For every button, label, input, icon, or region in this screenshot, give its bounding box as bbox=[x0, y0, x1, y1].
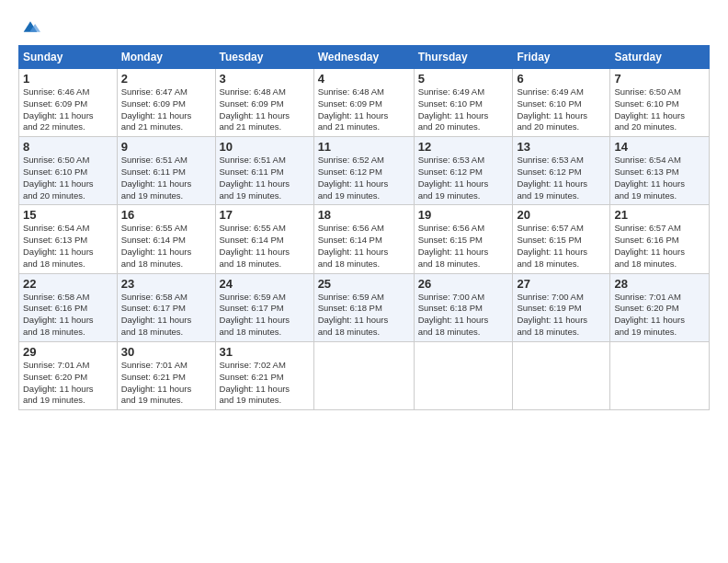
day-info: Sunrise: 6:58 AM Sunset: 6:17 PM Dayligh… bbox=[121, 292, 211, 339]
day-info: Sunrise: 6:50 AM Sunset: 6:10 PM Dayligh… bbox=[23, 155, 113, 201]
day-number: 16 bbox=[121, 208, 211, 222]
day-number: 14 bbox=[614, 140, 705, 154]
day-number: 30 bbox=[121, 345, 211, 359]
weekday-saturday: Saturday bbox=[610, 45, 710, 68]
day-info: Sunrise: 7:01 AM Sunset: 6:21 PM Dayligh… bbox=[121, 360, 211, 407]
empty-cell bbox=[313, 341, 414, 409]
day-cell-26: 26Sunrise: 7:00 AM Sunset: 6:18 PM Dayli… bbox=[414, 273, 513, 341]
day-cell-31: 31Sunrise: 7:02 AM Sunset: 6:21 PM Dayli… bbox=[215, 341, 313, 409]
day-cell-6: 6Sunrise: 6:49 AM Sunset: 6:10 PM Daylig… bbox=[513, 68, 610, 136]
day-cell-18: 18Sunrise: 6:56 AM Sunset: 6:14 PM Dayli… bbox=[313, 205, 414, 273]
day-cell-4: 4Sunrise: 6:48 AM Sunset: 6:09 PM Daylig… bbox=[313, 68, 414, 136]
day-info: Sunrise: 6:57 AM Sunset: 6:15 PM Dayligh… bbox=[517, 223, 606, 270]
day-number: 23 bbox=[121, 277, 211, 291]
day-cell-3: 3Sunrise: 6:48 AM Sunset: 6:09 PM Daylig… bbox=[215, 68, 313, 136]
day-info: Sunrise: 6:58 AM Sunset: 6:16 PM Dayligh… bbox=[23, 292, 113, 339]
day-info: Sunrise: 6:48 AM Sunset: 6:09 PM Dayligh… bbox=[220, 86, 310, 133]
day-info: Sunrise: 6:47 AM Sunset: 6:09 PM Dayligh… bbox=[121, 86, 211, 133]
logo bbox=[18, 17, 40, 36]
day-number: 12 bbox=[418, 140, 509, 154]
day-cell-21: 21Sunrise: 6:57 AM Sunset: 6:16 PM Dayli… bbox=[610, 205, 710, 273]
day-cell-2: 2Sunrise: 6:47 AM Sunset: 6:09 PM Daylig… bbox=[117, 68, 215, 136]
day-info: Sunrise: 6:59 AM Sunset: 6:18 PM Dayligh… bbox=[318, 292, 410, 339]
day-number: 28 bbox=[614, 277, 705, 291]
day-number: 6 bbox=[517, 72, 606, 86]
day-info: Sunrise: 6:56 AM Sunset: 6:14 PM Dayligh… bbox=[318, 223, 410, 270]
week-row-3: 15Sunrise: 6:54 AM Sunset: 6:13 PM Dayli… bbox=[19, 205, 710, 273]
day-info: Sunrise: 7:00 AM Sunset: 6:18 PM Dayligh… bbox=[418, 292, 509, 339]
header bbox=[18, 17, 710, 36]
day-number: 26 bbox=[418, 277, 509, 291]
day-info: Sunrise: 6:50 AM Sunset: 6:10 PM Dayligh… bbox=[614, 86, 705, 133]
day-number: 29 bbox=[23, 345, 113, 359]
day-info: Sunrise: 6:51 AM Sunset: 6:11 PM Dayligh… bbox=[121, 155, 211, 201]
day-cell-13: 13Sunrise: 6:53 AM Sunset: 6:12 PM Dayli… bbox=[513, 137, 610, 205]
day-number: 4 bbox=[318, 72, 410, 86]
day-cell-7: 7Sunrise: 6:50 AM Sunset: 6:10 PM Daylig… bbox=[610, 68, 710, 136]
day-cell-10: 10Sunrise: 6:51 AM Sunset: 6:11 PM Dayli… bbox=[215, 137, 313, 205]
day-cell-15: 15Sunrise: 6:54 AM Sunset: 6:13 PM Dayli… bbox=[19, 205, 118, 273]
weekday-wednesday: Wednesday bbox=[313, 45, 414, 68]
day-cell-30: 30Sunrise: 7:01 AM Sunset: 6:21 PM Dayli… bbox=[117, 341, 215, 409]
weekday-friday: Friday bbox=[513, 45, 610, 68]
week-row-1: 1Sunrise: 6:46 AM Sunset: 6:09 PM Daylig… bbox=[19, 68, 710, 136]
day-number: 25 bbox=[318, 277, 410, 291]
day-cell-23: 23Sunrise: 6:58 AM Sunset: 6:17 PM Dayli… bbox=[117, 273, 215, 341]
day-number: 2 bbox=[121, 72, 211, 86]
day-cell-16: 16Sunrise: 6:55 AM Sunset: 6:14 PM Dayli… bbox=[117, 205, 215, 273]
day-number: 20 bbox=[517, 208, 606, 222]
day-number: 13 bbox=[517, 140, 606, 154]
day-number: 5 bbox=[418, 72, 509, 86]
day-number: 24 bbox=[220, 277, 310, 291]
day-info: Sunrise: 6:53 AM Sunset: 6:12 PM Dayligh… bbox=[418, 155, 509, 201]
day-cell-5: 5Sunrise: 6:49 AM Sunset: 6:10 PM Daylig… bbox=[414, 68, 513, 136]
day-cell-17: 17Sunrise: 6:55 AM Sunset: 6:14 PM Dayli… bbox=[215, 205, 313, 273]
day-number: 21 bbox=[614, 208, 705, 222]
day-info: Sunrise: 6:46 AM Sunset: 6:09 PM Dayligh… bbox=[23, 86, 113, 133]
week-row-2: 8Sunrise: 6:50 AM Sunset: 6:10 PM Daylig… bbox=[19, 137, 710, 205]
day-cell-19: 19Sunrise: 6:56 AM Sunset: 6:15 PM Dayli… bbox=[414, 205, 513, 273]
day-number: 1 bbox=[23, 72, 113, 86]
weekday-tuesday: Tuesday bbox=[215, 45, 313, 68]
day-cell-11: 11Sunrise: 6:52 AM Sunset: 6:12 PM Dayli… bbox=[313, 137, 414, 205]
empty-cell bbox=[610, 341, 710, 409]
logo-text bbox=[18, 17, 40, 36]
empty-cell bbox=[414, 341, 513, 409]
weekday-monday: Monday bbox=[117, 45, 215, 68]
day-cell-14: 14Sunrise: 6:54 AM Sunset: 6:13 PM Dayli… bbox=[610, 137, 710, 205]
day-cell-24: 24Sunrise: 6:59 AM Sunset: 6:17 PM Dayli… bbox=[215, 273, 313, 341]
day-info: Sunrise: 7:02 AM Sunset: 6:21 PM Dayligh… bbox=[220, 360, 310, 407]
day-number: 27 bbox=[517, 277, 606, 291]
weekday-thursday: Thursday bbox=[414, 45, 513, 68]
day-cell-9: 9Sunrise: 6:51 AM Sunset: 6:11 PM Daylig… bbox=[117, 137, 215, 205]
weekday-header-row: SundayMondayTuesdayWednesdayThursdayFrid… bbox=[19, 45, 710, 68]
day-number: 7 bbox=[614, 72, 705, 86]
day-cell-8: 8Sunrise: 6:50 AM Sunset: 6:10 PM Daylig… bbox=[19, 137, 118, 205]
day-info: Sunrise: 6:56 AM Sunset: 6:15 PM Dayligh… bbox=[418, 223, 509, 270]
day-number: 19 bbox=[418, 208, 509, 222]
day-cell-20: 20Sunrise: 6:57 AM Sunset: 6:15 PM Dayli… bbox=[513, 205, 610, 273]
day-cell-29: 29Sunrise: 7:01 AM Sunset: 6:20 PM Dayli… bbox=[19, 341, 118, 409]
day-info: Sunrise: 6:53 AM Sunset: 6:12 PM Dayligh… bbox=[517, 155, 606, 201]
day-info: Sunrise: 7:01 AM Sunset: 6:20 PM Dayligh… bbox=[614, 292, 705, 339]
day-number: 18 bbox=[318, 208, 410, 222]
day-number: 17 bbox=[220, 208, 310, 222]
day-cell-28: 28Sunrise: 7:01 AM Sunset: 6:20 PM Dayli… bbox=[610, 273, 710, 341]
day-info: Sunrise: 6:49 AM Sunset: 6:10 PM Dayligh… bbox=[517, 86, 606, 133]
day-info: Sunrise: 6:51 AM Sunset: 6:11 PM Dayligh… bbox=[220, 155, 310, 201]
page: SundayMondayTuesdayWednesdayThursdayFrid… bbox=[0, 0, 728, 563]
day-info: Sunrise: 6:54 AM Sunset: 6:13 PM Dayligh… bbox=[23, 223, 113, 270]
day-number: 22 bbox=[23, 277, 113, 291]
day-number: 11 bbox=[318, 140, 410, 154]
calendar: SundayMondayTuesdayWednesdayThursdayFrid… bbox=[18, 45, 710, 410]
day-number: 31 bbox=[220, 345, 310, 359]
day-info: Sunrise: 6:48 AM Sunset: 6:09 PM Dayligh… bbox=[318, 86, 410, 133]
empty-cell bbox=[513, 341, 610, 409]
day-info: Sunrise: 7:00 AM Sunset: 6:19 PM Dayligh… bbox=[517, 292, 606, 339]
day-number: 15 bbox=[23, 208, 113, 222]
week-row-5: 29Sunrise: 7:01 AM Sunset: 6:20 PM Dayli… bbox=[19, 341, 710, 409]
day-info: Sunrise: 6:49 AM Sunset: 6:10 PM Dayligh… bbox=[418, 86, 509, 133]
day-info: Sunrise: 6:55 AM Sunset: 6:14 PM Dayligh… bbox=[220, 223, 310, 270]
day-info: Sunrise: 6:52 AM Sunset: 6:12 PM Dayligh… bbox=[318, 155, 410, 201]
day-cell-27: 27Sunrise: 7:00 AM Sunset: 6:19 PM Dayli… bbox=[513, 273, 610, 341]
